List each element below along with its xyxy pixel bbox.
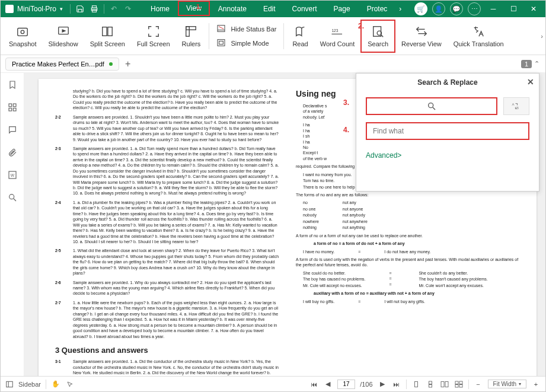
more-icon[interactable]: ⋯ xyxy=(468,2,481,15)
zoom-select[interactable]: Fit Width ▾ xyxy=(488,380,526,388)
menu-convert[interactable]: Convert xyxy=(284,1,325,17)
menu-view[interactable]: View xyxy=(178,1,210,16)
reverse-view-button[interactable]: Reverse View xyxy=(395,20,448,53)
attachments-icon[interactable] xyxy=(7,146,18,158)
user-icon[interactable]: 👤 xyxy=(432,2,445,15)
text-line: nothing xyxy=(303,225,319,230)
menu-page[interactable]: Page xyxy=(325,1,359,17)
ribbon-scroll-right-icon[interactable]: › xyxy=(541,33,543,40)
text-line: The boy has caused no problems. xyxy=(303,276,365,282)
redo-icon[interactable]: ↷ xyxy=(123,4,133,14)
menu-annotate[interactable]: Annotate xyxy=(210,1,255,17)
full-screen-button[interactable]: Full Screen xyxy=(131,20,176,53)
hide-statusbar-button[interactable]: Hide Status Bar xyxy=(216,24,276,34)
menu-home[interactable]: Home xyxy=(142,1,178,17)
save-icon[interactable] xyxy=(75,4,85,14)
svg-rect-34 xyxy=(7,381,13,387)
aux-ex-r: I will not buy any gifts. xyxy=(384,299,424,304)
svg-rect-40 xyxy=(445,381,448,387)
facing-continuous-icon[interactable] xyxy=(454,380,464,389)
svg-rect-22 xyxy=(9,104,12,107)
minimize-button[interactable]: ─ xyxy=(484,1,503,17)
cart-icon[interactable]: 🛒 xyxy=(414,2,427,15)
chat-icon[interactable]: 💬 xyxy=(450,2,463,15)
select-tool-icon[interactable] xyxy=(65,380,75,389)
rulers-label: Rulers xyxy=(182,40,201,47)
chevron-down-icon: ▾ xyxy=(519,381,521,387)
search-panel-title: Search & Replace xyxy=(417,78,477,87)
svg-rect-39 xyxy=(441,381,444,387)
svg-rect-2 xyxy=(18,28,28,36)
split-screen-button[interactable]: Split Screen xyxy=(84,20,131,53)
undo-icon[interactable]: ↶ xyxy=(109,4,119,14)
read-button[interactable]: Read xyxy=(286,20,314,53)
facing-icon[interactable] xyxy=(440,380,449,389)
add-tab-button[interactable]: + xyxy=(125,59,130,69)
menu-more-icon[interactable]: › xyxy=(395,1,405,17)
maximize-button[interactable]: ☐ xyxy=(504,1,523,17)
page-total: /106 xyxy=(360,381,372,388)
search-panel-icon[interactable] xyxy=(7,192,18,203)
dropdown-icon[interactable]: ▾ xyxy=(60,6,63,12)
zoom-out-icon[interactable]: − xyxy=(474,380,483,389)
bookmark-icon[interactable] xyxy=(7,79,18,91)
ribbon-view: Snapshot Slideshow Split Screen Full Scr… xyxy=(1,17,545,55)
single-page-icon[interactable] xyxy=(411,380,421,389)
search-button[interactable]: Search xyxy=(360,20,395,53)
rulers-button[interactable]: Rulers xyxy=(176,20,207,53)
sidebar-toggle-icon[interactable] xyxy=(5,380,14,388)
find-what-input[interactable]: Find what xyxy=(366,122,529,140)
sidebar-label[interactable]: Sidebar xyxy=(18,381,41,388)
slideshow-label: Slideshow xyxy=(48,40,78,47)
row-num: 2·7 xyxy=(55,300,68,339)
svg-rect-42 xyxy=(459,381,462,384)
svg-rect-37 xyxy=(429,381,432,384)
svg-rect-9 xyxy=(186,26,196,30)
annotation-1: 1. xyxy=(196,3,202,10)
document-tab[interactable]: Practice Makes Perfect En…pdf xyxy=(5,58,119,71)
page-number-input[interactable] xyxy=(337,380,355,389)
main-menu: Home View Annotate Edit Convert Page Pro… xyxy=(142,1,405,17)
close-button[interactable]: ✕ xyxy=(524,1,543,17)
reverse-view-label: Reverse View xyxy=(401,40,442,47)
last-page-icon[interactable]: ⏭ xyxy=(392,380,401,389)
text-line: Mr. Cole will accept no excuses. xyxy=(303,283,365,288)
text-line: She could do no better. xyxy=(303,270,365,276)
replace-tab[interactable]: AB xyxy=(503,97,529,115)
svg-rect-36 xyxy=(414,381,417,387)
svg-rect-13 xyxy=(218,39,225,46)
hide-statusbar-label: Hide Status Bar xyxy=(231,26,276,33)
thumbnails-icon[interactable] xyxy=(7,101,18,113)
text-line: The boy hasn't caused any problems. xyxy=(419,276,487,282)
continuous-icon[interactable] xyxy=(426,380,435,389)
next-page-icon[interactable]: ▶ xyxy=(378,380,387,389)
first-page-icon[interactable]: ⏮ xyxy=(309,380,318,389)
zoom-in-icon[interactable]: + xyxy=(531,380,541,389)
svg-marker-5 xyxy=(62,30,65,32)
simple-mode-button[interactable]: Simple Mode xyxy=(216,38,276,49)
quick-translation-button[interactable]: Quick Translation xyxy=(448,20,510,53)
word-panel-icon[interactable]: W xyxy=(7,169,18,181)
svg-line-29 xyxy=(14,199,16,201)
advanced-link[interactable]: Advanced> xyxy=(366,151,401,160)
fullscreen-icon xyxy=(147,25,160,38)
page-up-icon[interactable]: ⌃ xyxy=(534,60,539,68)
close-panel-button[interactable]: ✕ xyxy=(527,77,534,87)
word-count-button[interactable]: 123 Word Count xyxy=(314,20,361,53)
slideshow-icon xyxy=(57,25,70,38)
snapshot-button[interactable]: Snapshot xyxy=(3,20,42,53)
prev-page-icon[interactable]: ◀ xyxy=(323,380,333,389)
row-text: Sample answers are provided. 1. Shouldn'… xyxy=(73,114,279,142)
snapshot-icon xyxy=(16,25,29,38)
search-tab[interactable] xyxy=(366,97,497,115)
search-icon xyxy=(372,25,385,38)
menu-protect[interactable]: Protec xyxy=(359,1,396,17)
hand-tool-icon[interactable]: ✋ xyxy=(51,380,60,389)
svg-line-31 xyxy=(433,107,435,110)
print-icon[interactable] xyxy=(90,4,99,14)
doc-row: 2·2Sample answers are provided. 1. Shoul… xyxy=(55,114,279,142)
slideshow-button[interactable]: Slideshow xyxy=(42,20,84,53)
text-line: She couldn't do any better. xyxy=(419,270,487,276)
menu-edit[interactable]: Edit xyxy=(255,1,284,17)
comments-icon[interactable] xyxy=(7,124,18,136)
